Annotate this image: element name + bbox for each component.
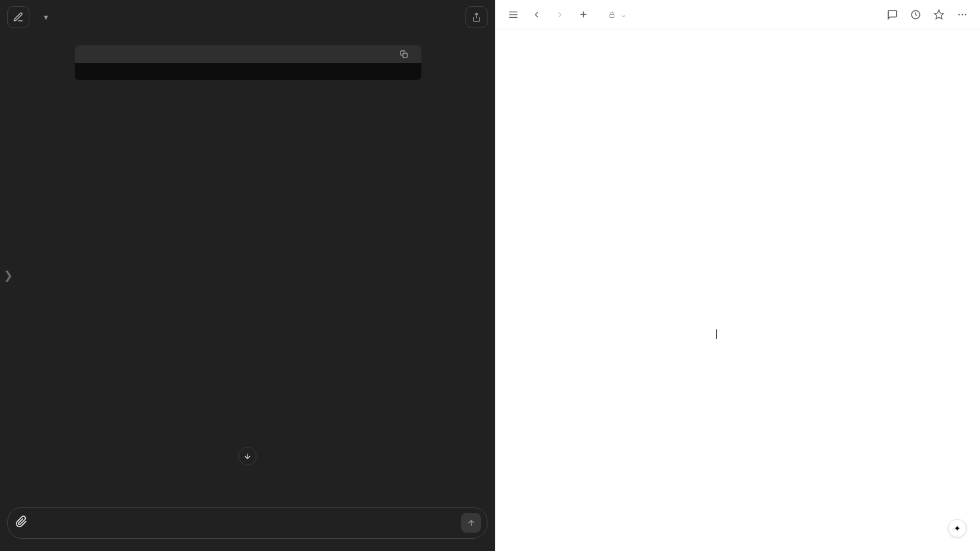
arrow-down-icon xyxy=(243,452,252,460)
code-body[interactable] xyxy=(75,63,421,80)
share-button[interactable] xyxy=(870,12,880,17)
sequence-diagram xyxy=(551,60,925,224)
code-block xyxy=(75,45,421,80)
copy-code-button[interactable] xyxy=(400,50,412,58)
svg-rect-9 xyxy=(610,14,614,17)
new-chat-icon[interactable] xyxy=(7,6,29,28)
svg-point-13 xyxy=(962,13,963,15)
doc-header: ⌄ xyxy=(496,0,980,29)
history-icon[interactable] xyxy=(905,4,926,25)
chatgpt-pane: ▾ ❯ xyxy=(0,0,495,551)
new-page-icon[interactable] xyxy=(573,4,594,25)
menu-icon[interactable] xyxy=(503,4,524,25)
nav-forward-icon[interactable] xyxy=(549,4,570,25)
chat-header: ▾ xyxy=(0,0,495,34)
diagram-lanes xyxy=(551,62,925,224)
svg-point-12 xyxy=(958,13,960,15)
nav-back-icon[interactable] xyxy=(526,4,547,25)
chat-scroll-area[interactable] xyxy=(0,34,495,507)
code-header xyxy=(75,45,421,63)
sidebar-collapsed-handle[interactable]: ❯ xyxy=(4,269,13,282)
more-icon[interactable] xyxy=(952,4,973,25)
svg-marker-11 xyxy=(935,10,944,18)
text-cursor xyxy=(716,329,717,339)
message-composer[interactable] xyxy=(7,507,488,539)
svg-point-14 xyxy=(965,13,967,15)
scroll-to-bottom-button[interactable] xyxy=(238,447,257,465)
model-selector[interactable]: ▾ xyxy=(34,10,53,24)
message-input[interactable] xyxy=(34,518,455,528)
disclaimer-text xyxy=(7,539,488,547)
doc-body[interactable] xyxy=(496,29,980,551)
privacy-selector[interactable]: ⌄ xyxy=(608,10,627,19)
lock-icon xyxy=(608,11,616,18)
share-icon[interactable] xyxy=(466,6,488,28)
star-icon[interactable] xyxy=(929,4,949,25)
svg-rect-1 xyxy=(403,53,407,58)
composer-area xyxy=(0,507,495,551)
attach-icon[interactable] xyxy=(15,515,28,530)
arrow-up-icon xyxy=(467,519,476,528)
chevron-down-icon: ⌄ xyxy=(620,10,627,19)
send-button[interactable] xyxy=(461,513,481,533)
notion-pane: ⌄ xyxy=(495,0,980,551)
comments-icon[interactable] xyxy=(882,4,903,25)
ai-assist-fab[interactable]: ✦ xyxy=(948,519,967,538)
chevron-down-icon: ▾ xyxy=(44,13,48,21)
clipboard-icon xyxy=(400,50,408,58)
